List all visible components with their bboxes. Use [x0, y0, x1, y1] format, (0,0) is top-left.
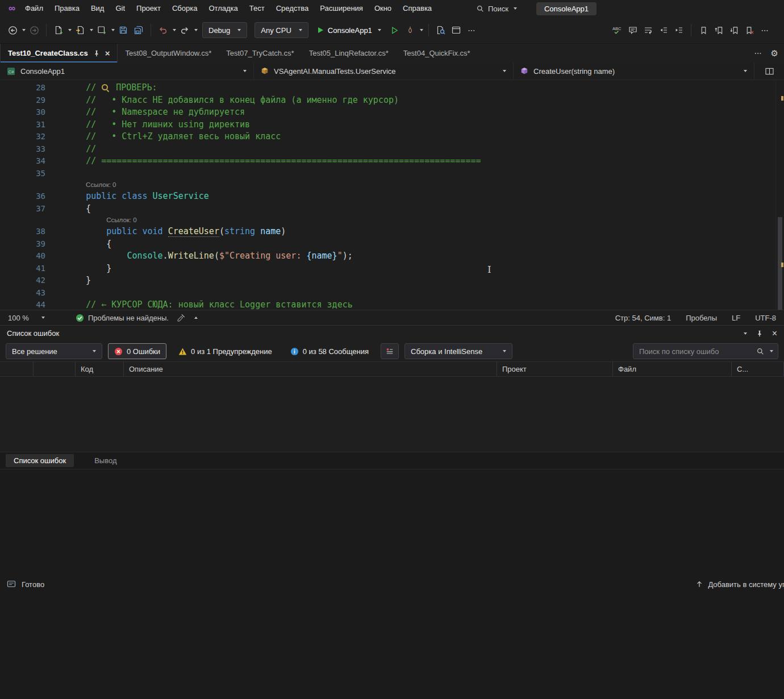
- column-header-Код[interactable]: Код: [76, 362, 124, 376]
- next-bookmark-button[interactable]: [727, 23, 741, 38]
- member-dropdown[interactable]: CreateUser(string name): [514, 63, 754, 80]
- find-in-files-button[interactable]: [434, 23, 448, 38]
- code-line-32[interactable]: 32 // • Ctrl+Z удаляет весь новый класс: [0, 131, 784, 143]
- menu-item-Расширения[interactable]: Расширения: [314, 2, 369, 15]
- save-all-button[interactable]: [132, 23, 145, 38]
- source-filter-dropdown[interactable]: Сборка и IntelliSense: [404, 343, 512, 359]
- spell-check-button[interactable]: ABC: [611, 23, 624, 38]
- menu-item-Справка[interactable]: Справка: [397, 2, 437, 15]
- pin-icon[interactable]: [93, 49, 100, 57]
- error-list-header[interactable]: Список ошибок ×: [0, 325, 784, 341]
- errors-filter-button[interactable]: 0 Ошибки: [108, 343, 166, 359]
- type-dropdown[interactable]: VSAgentAI.ManualTests.UserService: [254, 63, 514, 80]
- chevron-down-icon[interactable]: [90, 29, 93, 31]
- navigate-backward-button[interactable]: [6, 23, 19, 38]
- start-debugging-button[interactable]: ConsoleApp1: [313, 26, 386, 35]
- project-dropdown[interactable]: C# ConsoleApp1: [0, 63, 254, 80]
- chevron-down-icon[interactable]: [420, 29, 423, 31]
- browser-window-button[interactable]: [449, 23, 463, 38]
- whitespace-indicator[interactable]: Пробелы: [686, 314, 717, 322]
- code-line-38[interactable]: 38 public void CreateUser(string name): [0, 226, 784, 238]
- code-line-39[interactable]: 39 {: [0, 238, 784, 251]
- navigate-forward-button[interactable]: [27, 23, 41, 38]
- column-header-Проект[interactable]: Проект: [497, 362, 613, 376]
- code-line-40[interactable]: 40 Console.WriteLine($"Creating user: {n…: [0, 250, 784, 263]
- open-file-button[interactable]: [73, 23, 87, 38]
- search-icon[interactable]: [757, 348, 764, 355]
- source-control-action[interactable]: Добавить в систему уп: [695, 580, 784, 589]
- panel-tab-Вывод[interactable]: Вывод: [86, 454, 124, 467]
- search-control[interactable]: Поиск: [477, 5, 517, 13]
- toggle-comment-button[interactable]: [626, 23, 640, 38]
- scope-dropdown[interactable]: Все решение: [6, 343, 102, 359]
- new-file-button[interactable]: [52, 23, 65, 38]
- menu-item-Git[interactable]: Git: [110, 2, 131, 15]
- redo-button[interactable]: [178, 23, 191, 38]
- solution-name-badge[interactable]: ConsoleApp1: [536, 2, 597, 15]
- hot-reload-button[interactable]: [403, 23, 417, 38]
- gear-icon[interactable]: ⚙: [771, 48, 778, 59]
- menu-item-Средства[interactable]: Средства: [270, 2, 315, 15]
- menu-item-Правка[interactable]: Правка: [49, 2, 85, 15]
- window-position-icon[interactable]: [744, 332, 747, 335]
- zoom-dropdown[interactable]: 100 %: [0, 314, 53, 322]
- codelens-references[interactable]: Ссылок: 0: [0, 180, 784, 190]
- clear-bookmarks-button[interactable]: [743, 23, 756, 38]
- code-line-43[interactable]: 43: [0, 287, 784, 299]
- chevron-down-icon[interactable]: [111, 29, 115, 31]
- error-search-input[interactable]: [638, 347, 752, 356]
- column-header-Описание[interactable]: Описание: [124, 362, 497, 376]
- messages-filter-button[interactable]: 0 из 58 Сообщения: [284, 343, 375, 359]
- split-editor-icon[interactable]: [754, 63, 784, 80]
- toggle-bookmark-button[interactable]: [697, 23, 710, 38]
- add-item-button[interactable]: [95, 23, 109, 38]
- notification-icon[interactable]: [7, 580, 16, 588]
- debug-configuration-dropdown[interactable]: Debug: [202, 22, 247, 38]
- previous-bookmark-button[interactable]: [712, 23, 725, 38]
- chevron-down-icon[interactable]: [173, 29, 176, 31]
- code-line-30[interactable]: 30 // • Namespace не дублируется: [0, 106, 784, 119]
- column-header-С...[interactable]: С...: [732, 362, 784, 376]
- code-line-37[interactable]: 37 {: [0, 203, 784, 215]
- close-icon[interactable]: ×: [772, 329, 777, 338]
- code-line-44[interactable]: 44 // ← КУРСОР СЮДА: новый класс Logger …: [0, 299, 784, 310]
- menu-item-Вид[interactable]: Вид: [85, 2, 110, 15]
- code-line-29[interactable]: 29 // • Класс НЕ добавился в конец файла…: [0, 94, 784, 107]
- error-list-search[interactable]: [633, 343, 778, 359]
- chevron-down-icon[interactable]: [68, 29, 72, 31]
- code-line-34[interactable]: 34 // ==================================…: [0, 155, 784, 168]
- save-button[interactable]: [116, 23, 130, 38]
- code-line-33[interactable]: 33 //: [0, 143, 784, 156]
- intellisense-filter-button[interactable]: [381, 343, 399, 359]
- menu-item-Сборка[interactable]: Сборка: [166, 2, 203, 15]
- panel-tab-Список ошибок[interactable]: Список ошибок: [6, 454, 74, 467]
- menu-item-Файл[interactable]: Файл: [19, 2, 49, 15]
- severity-column[interactable]: [0, 362, 34, 376]
- caret-position[interactable]: Стр: 54, Симв: 1: [615, 314, 671, 322]
- column-header-Файл[interactable]: Файл: [613, 362, 732, 376]
- warnings-filter-button[interactable]: 0 из 1 Предупреждение: [172, 343, 278, 359]
- decrease-indent-button[interactable]: [657, 23, 670, 38]
- chevron-down-icon[interactable]: [194, 29, 198, 31]
- code-line-31[interactable]: 31 // • Нет лишних using директив: [0, 119, 784, 131]
- line-ending-indicator[interactable]: LF: [732, 314, 740, 322]
- encoding-indicator[interactable]: UTF-8: [755, 314, 776, 322]
- chevron-down-icon[interactable]: [22, 29, 26, 31]
- code-cleanup-icon[interactable]: [177, 314, 185, 322]
- menu-item-Окно[interactable]: Окно: [369, 2, 397, 15]
- code-line-35[interactable]: 35: [0, 168, 784, 180]
- tab-Test10_CreateClass.cs[interactable]: Test10_CreateClass.cs×: [0, 44, 118, 63]
- code-line-41[interactable]: 41 }: [0, 263, 784, 275]
- chevron-up-icon[interactable]: [194, 317, 198, 319]
- codelens-references[interactable]: Ссылок: 0: [0, 215, 784, 226]
- category-column[interactable]: [34, 362, 76, 376]
- close-icon[interactable]: ×: [105, 49, 110, 57]
- chevron-down-icon[interactable]: [770, 350, 773, 352]
- code-line-42[interactable]: 42 }: [0, 274, 784, 287]
- word-wrap-button[interactable]: [641, 23, 655, 38]
- error-list-body[interactable]: [0, 377, 784, 452]
- start-without-debugging-button[interactable]: [388, 23, 402, 38]
- code-line-28[interactable]: 28 // ПРОВЕРЬ:: [0, 82, 784, 94]
- toolbar-overflow-button[interactable]: ⋯: [758, 23, 772, 38]
- tab-Test08_OutputWindow.cs*[interactable]: Test08_OutputWindow.cs*: [118, 44, 219, 63]
